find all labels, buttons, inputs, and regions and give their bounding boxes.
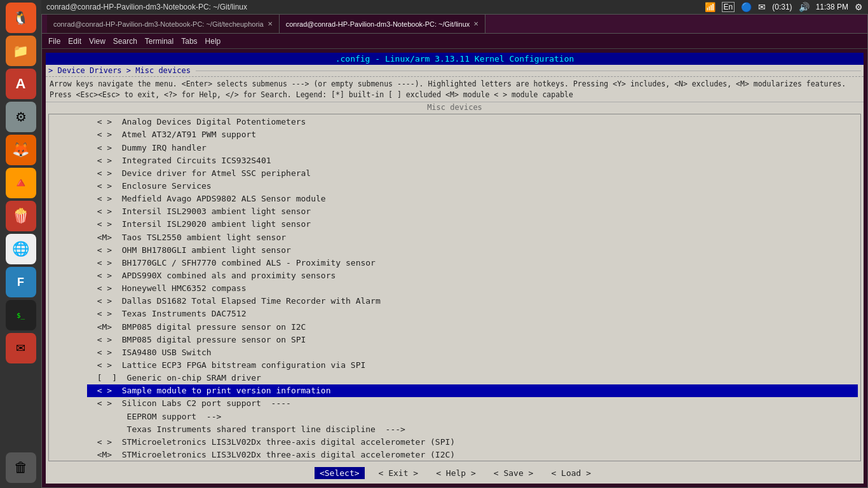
window-title: conrad@conrad-HP-Pavilion-dm3-Notebook-P… bbox=[46, 3, 247, 11]
entry-12[interactable]: < > APDS990X combined als and proximity … bbox=[87, 269, 858, 282]
btn-save[interactable]: < Save > bbox=[490, 467, 538, 479]
launcher-icon-files[interactable]: 📁 bbox=[6, 36, 36, 66]
entry-7[interactable]: < > Intersil ISL29003 ambient light sens… bbox=[87, 205, 858, 218]
launcher-icon-empathy[interactable]: ✉ bbox=[6, 333, 36, 363]
entry-11[interactable]: < > BH1770GLC / SFH7770 combined ALS - P… bbox=[87, 257, 858, 269]
bluetooth-icon: 🔵 bbox=[741, 2, 752, 12]
launcher-icon-ubuntu[interactable]: 🐧 bbox=[6, 3, 36, 33]
menu-edit[interactable]: Edit bbox=[65, 36, 84, 47]
entry-23[interactable]: EEPROM support --> bbox=[87, 410, 858, 423]
kconfig-breadcrumb-text: > Device Drivers > Misc devices bbox=[48, 66, 191, 75]
launcher-icon-fonts[interactable]: A bbox=[6, 69, 36, 99]
launcher-icon-chrome[interactable]: 🌐 bbox=[6, 234, 36, 264]
btn-select[interactable]: <Select> bbox=[315, 467, 365, 479]
terminal-menubar: File Edit View Search Terminal Tabs Help bbox=[42, 34, 867, 49]
launcher-icon-popcorn[interactable]: 🍿 bbox=[6, 201, 36, 231]
launcher-icon-settings[interactable]: ⚙ bbox=[6, 102, 36, 132]
launcher-icon-trash[interactable]: 🗑 bbox=[6, 452, 36, 483]
btn-load[interactable]: < Load > bbox=[547, 467, 595, 479]
entry-10[interactable]: < > OHM BH1780GLI ambient light sensor bbox=[87, 244, 858, 257]
menu-tabs[interactable]: Tabs bbox=[179, 36, 200, 47]
entry-18[interactable]: < > ISA9480 USB Switch bbox=[87, 346, 858, 359]
entry-17[interactable]: < > BMP085 digital pressure sensor on SP… bbox=[87, 334, 858, 346]
tab2-label: conrad@conrad-HP-Pavilion-dm3-Notebook-P… bbox=[286, 20, 470, 28]
menu-help[interactable]: Help bbox=[203, 36, 224, 47]
tab1-close[interactable]: ✕ bbox=[268, 20, 273, 27]
kconfig-buttons: <Select> < Exit > < Help > < Save > < Lo… bbox=[48, 464, 861, 482]
kconfig-title-text: .config - Linux/arm 3.13.11 Kernel Confi… bbox=[336, 54, 574, 64]
menu-search[interactable]: Search bbox=[111, 36, 140, 47]
clock: 11:38 PM bbox=[816, 3, 848, 11]
tab-linux[interactable]: conrad@conrad-HP-Pavilion-dm3-Notebook-P… bbox=[280, 15, 486, 33]
entry-5[interactable]: < > Enclosure Services bbox=[87, 180, 858, 193]
entry-15[interactable]: < > Texas Instruments DAC7512 bbox=[87, 308, 858, 320]
battery-status: (0:31) bbox=[772, 3, 792, 11]
entry-4[interactable]: < > Device driver for Atmel SSC peripher… bbox=[87, 167, 858, 180]
entry-8[interactable]: < > Intersil ISL29020 ambient light sens… bbox=[87, 218, 858, 231]
launcher-icon-vlc[interactable]: 🔺 bbox=[6, 168, 36, 198]
entry-2[interactable]: < > Dummy IRQ handler bbox=[87, 142, 858, 154]
kconfig-section-title: Misc devices bbox=[46, 102, 864, 112]
launcher-icon-terminal[interactable]: $_ bbox=[6, 300, 36, 330]
kconfig-title-bar: .config - Linux/arm 3.13.11 Kernel Confi… bbox=[46, 53, 864, 65]
entry-3[interactable]: < > Integrated Circuits ICS932S401 bbox=[87, 154, 858, 167]
entry-0[interactable]: < > Analog Devices Digital Potentiometer… bbox=[87, 116, 858, 128]
power-icon: ⚙ bbox=[855, 2, 863, 12]
keyboard-layout: En bbox=[722, 2, 735, 12]
tab2-close[interactable]: ✕ bbox=[473, 20, 478, 27]
volume-icon: 🔊 bbox=[799, 2, 810, 12]
unity-launcher: 🐧 📁 A ⚙ 🦊 🔺 🍿 🌐 F $_ ✉ 🗑 bbox=[0, 0, 41, 488]
kconfig-menu-list[interactable]: < > Analog Devices Digital Potentiometer… bbox=[48, 114, 861, 461]
entry-14[interactable]: < > Dallas DS1682 Total Elapsed Time Rec… bbox=[87, 295, 858, 308]
entry-20[interactable]: [ ] Generic on-chip SRAM driver bbox=[87, 372, 858, 384]
tab1-label: conrad@conrad-HP-Pavilion-dm3-Notebook-P… bbox=[53, 20, 264, 28]
entry-25[interactable]: < > STMicroeletronics LIS3LV02Dx three-a… bbox=[87, 436, 858, 449]
launcher-icon-fapp[interactable]: F bbox=[6, 267, 36, 297]
terminal-titlebar: conrad@conrad-HP-Pavilion-dm3-Notebook-P… bbox=[42, 15, 867, 34]
tab-techeuphoria[interactable]: conrad@conrad-HP-Pavilion-dm3-Notebook-P… bbox=[47, 15, 280, 33]
wifi-icon: 📶 bbox=[705, 2, 715, 12]
entry-1[interactable]: < > Atmel AT32/AT91 PWM support bbox=[87, 128, 858, 141]
entry-22[interactable]: < > Silicon Labs C2 port support ---- bbox=[87, 397, 858, 410]
entry-26[interactable]: <M> STMicroeletronics LIS3LV02Dx three-a… bbox=[87, 449, 858, 461]
entry-19[interactable]: < > Lattice ECP3 FPGA bitstream configur… bbox=[87, 359, 858, 372]
entry-21-selected[interactable]: < > Sample module to print version infor… bbox=[87, 384, 858, 397]
menu-terminal[interactable]: Terminal bbox=[142, 36, 176, 47]
entry-13[interactable]: < > Honeywell HMC6352 compass bbox=[87, 282, 858, 295]
menu-file[interactable]: File bbox=[46, 36, 63, 47]
kconfig-help-text: Arrow keys navigate the menu. <Enter> se… bbox=[46, 77, 864, 102]
btn-exit[interactable]: < Exit > bbox=[375, 467, 423, 479]
email-icon: ✉ bbox=[758, 2, 766, 12]
entry-9[interactable]: <M> Taos TSL2550 ambient light sensor bbox=[87, 231, 858, 244]
entry-24[interactable]: Texas Instruments shared transport line … bbox=[87, 423, 858, 436]
launcher-icon-firefox[interactable]: 🦊 bbox=[6, 135, 36, 165]
entry-6[interactable]: < > Medfield Avago APDS9802 ALS Sensor m… bbox=[87, 193, 858, 205]
btn-help[interactable]: < Help > bbox=[432, 467, 480, 479]
kconfig-breadcrumb: > Device Drivers > Misc devices bbox=[46, 65, 864, 77]
entry-16[interactable]: <M> BMP085 digital pressure sensor on I2… bbox=[87, 321, 858, 334]
menu-view[interactable]: View bbox=[86, 36, 108, 47]
